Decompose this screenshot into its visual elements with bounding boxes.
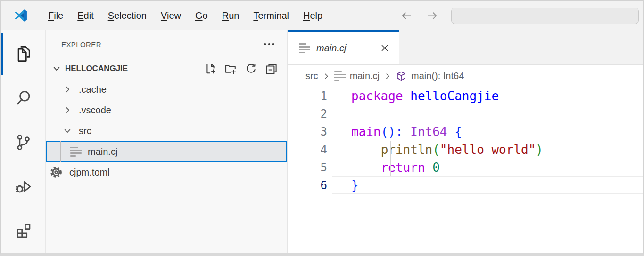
code-line-6[interactable]: 6} (288, 176, 643, 194)
new-file-icon[interactable] (204, 63, 217, 75)
file-lines-icon (70, 146, 82, 157)
current-line-highlight (332, 176, 643, 194)
explorer-title: EXPLORER (61, 40, 101, 48)
tab-label: main.cj (316, 43, 346, 54)
code-line-4[interactable]: 4 println("hello world") (288, 141, 643, 159)
indent-guide (60, 141, 61, 162)
debug-icon (15, 178, 32, 195)
gear-icon (49, 165, 63, 179)
line-number: 2 (288, 105, 327, 123)
vscode-logo-icon (13, 8, 28, 23)
chevron-right-icon (322, 72, 331, 81)
activity-run-debug[interactable] (1, 164, 45, 208)
workspace-name: HELLOCANGJIE (65, 64, 128, 73)
chevron-right-icon (383, 72, 392, 81)
tree-item--vscode[interactable]: .vscode (46, 100, 287, 120)
explorer-actions (204, 63, 278, 75)
code-line-5[interactable]: 5 return 0 (288, 159, 643, 176)
extensions-icon (15, 222, 32, 240)
editor-group: main.cj srcmain.cjmain(): Int64 1package… (288, 30, 643, 253)
arrow-right-icon[interactable] (426, 9, 438, 22)
source-control-icon (15, 134, 32, 151)
refresh-icon[interactable] (245, 63, 257, 75)
line-number: 6 (288, 176, 327, 194)
menu-run[interactable]: Run (215, 8, 247, 24)
tree-item-src[interactable]: src (46, 120, 287, 141)
code-line-1[interactable]: 1package helloCangjie (288, 87, 643, 105)
menu-view[interactable]: View (154, 8, 188, 24)
activity-explorer[interactable] (1, 32, 45, 76)
file-tree: .cache.vscodesrcmain.cjcjpm.toml (46, 79, 287, 183)
workspace-section-header[interactable]: HELLOCANGJIE (46, 58, 287, 79)
chevron-right-icon (62, 105, 73, 115)
activity-source-control[interactable] (1, 120, 45, 165)
code-editor[interactable]: 1package helloCangjie23main(): Int64 {4 … (288, 87, 643, 253)
more-actions-icon[interactable] (263, 38, 276, 51)
tree-item-main-cj[interactable]: main.cj (46, 141, 287, 162)
indent-guide (390, 141, 391, 159)
menu-bar: FileEditSelectionViewGoRunTerminalHelp (41, 8, 330, 24)
title-bar: FileEditSelectionViewGoRunTerminalHelp (1, 1, 643, 30)
tab-main-cj[interactable]: main.cj (288, 30, 399, 64)
chevron-right-icon (62, 84, 73, 95)
breadcrumb-item[interactable]: main.cj (334, 71, 380, 82)
breadcrumb-item[interactable]: src (305, 71, 318, 81)
menu-help[interactable]: Help (296, 8, 330, 24)
files-icon (15, 45, 32, 63)
line-number: 1 (288, 87, 327, 105)
menu-terminal[interactable]: Terminal (246, 8, 296, 24)
code-line-3[interactable]: 3main(): Int64 { (288, 123, 643, 141)
search-icon (15, 89, 32, 107)
chevron-down-icon (62, 126, 73, 136)
code-line-2[interactable]: 2 (288, 105, 643, 123)
line-number: 5 (288, 159, 327, 176)
menu-edit[interactable]: Edit (70, 8, 100, 24)
vscode-window: FileEditSelectionViewGoRunTerminalHelp E… (0, 0, 644, 256)
collapse-all-icon[interactable] (265, 63, 278, 75)
breadcrumb: srcmain.cjmain(): Int64 (288, 65, 643, 87)
symbol-cube-icon (396, 71, 407, 82)
tree-item--cache[interactable]: .cache (46, 79, 287, 100)
line-number: 4 (288, 141, 327, 159)
tab-bar: main.cj (288, 30, 643, 65)
command-center-search-input[interactable] (451, 8, 639, 24)
nav-controls (400, 8, 630, 24)
menu-go[interactable]: Go (188, 8, 215, 24)
activity-bar (1, 30, 46, 253)
close-icon[interactable] (379, 42, 390, 54)
new-folder-icon[interactable] (224, 63, 237, 75)
activity-extensions[interactable] (1, 208, 45, 253)
arrow-left-icon[interactable] (400, 9, 413, 22)
line-number: 3 (288, 123, 327, 141)
breadcrumb-item[interactable]: main(): Int64 (396, 71, 464, 82)
indent-guide (390, 159, 391, 176)
chevron-down-icon (51, 64, 62, 74)
tree-item-cjpm-toml[interactable]: cjpm.toml (46, 162, 287, 183)
explorer-sidebar: EXPLORER HELLOCANGJIE .cache.vscodesrcma… (46, 30, 288, 253)
activity-search[interactable] (1, 76, 45, 120)
file-lines-icon (334, 71, 346, 82)
file-lines-icon (299, 42, 310, 54)
menu-file[interactable]: File (41, 8, 70, 24)
menu-selection[interactable]: Selection (101, 8, 154, 24)
